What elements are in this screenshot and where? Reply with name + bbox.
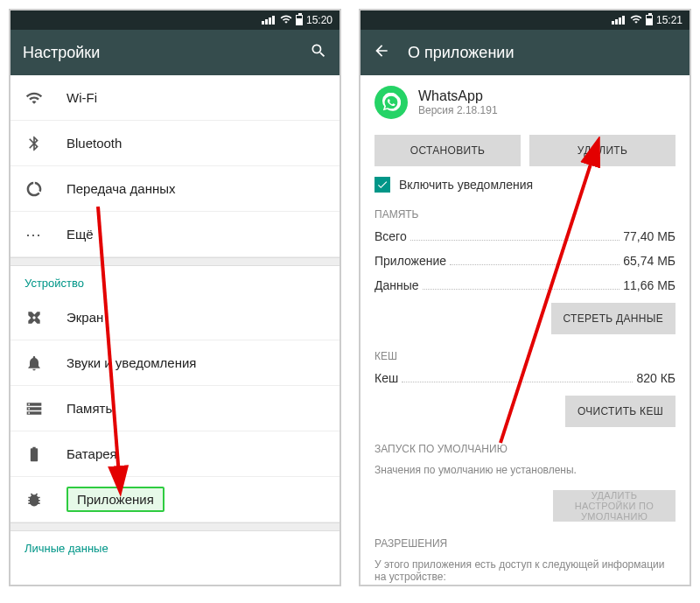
settings-label: Wi-Fi [66, 90, 97, 105]
section-launch: ЗАПУСК ПО УМОЛЧАНИЮ [360, 436, 690, 459]
memory-app-row: Приложение 65,74 МБ [360, 249, 690, 273]
settings-item-bluetooth[interactable]: Bluetooth [10, 121, 340, 166]
wifi-status-icon [280, 13, 292, 28]
memory-app-value: 65,74 МБ [623, 254, 676, 268]
wifi-icon [24, 88, 44, 108]
section-header-personal: Личные данные [10, 531, 340, 560]
page-title: О приложении [408, 44, 677, 62]
more-icon: ⋯ [24, 225, 44, 244]
settings-item-battery[interactable]: Батарея [10, 431, 340, 477]
settings-label: Bluetooth [66, 136, 122, 151]
status-time: 15:20 [306, 14, 332, 26]
settings-label: Приложения [77, 492, 154, 507]
whatsapp-icon [374, 86, 408, 119]
memory-data-label: Данные [374, 278, 419, 292]
uninstall-button[interactable]: УДАЛИТЬ [529, 135, 676, 166]
signal-icon [262, 16, 275, 25]
memory-app-label: Приложение [374, 254, 446, 268]
section-header-device: Устройство [10, 266, 340, 295]
settings-label: Память [66, 401, 112, 416]
clear-defaults-button: УДАЛИТЬ НАСТРОЙКИ ПО УМОЛЧАНИЮ [553, 490, 676, 522]
section-divider [10, 257, 340, 266]
phone-settings: 15:20 Настройки Wi-Fi Bluetooth Передача… [9, 9, 341, 586]
data-usage-icon [24, 179, 44, 199]
search-icon[interactable] [310, 42, 327, 64]
settings-label: Экран [66, 310, 103, 325]
settings-item-sound[interactable]: Звуки и уведомления [10, 340, 340, 386]
app-version: Версия 2.18.191 [418, 104, 498, 116]
status-bar: 15:21 [360, 11, 690, 30]
cache-label: Кеш [374, 371, 398, 385]
permissions-note: У этого приложения есть доступ к следующ… [360, 553, 690, 585]
settings-item-wifi[interactable]: Wi-Fi [10, 75, 340, 121]
sound-icon [24, 354, 44, 373]
launch-note: Значения по умолчанию не установлены. [360, 459, 690, 485]
display-icon [24, 308, 44, 327]
wifi-status-icon [630, 13, 642, 28]
section-permissions: РАЗРЕШЕНИЯ [360, 530, 690, 553]
settings-item-display[interactable]: Экран [10, 295, 340, 340]
checkbox-icon [374, 177, 390, 193]
settings-item-more[interactable]: ⋯ Ещё [10, 212, 340, 257]
battery-menu-icon [24, 445, 44, 464]
checkbox-label: Включить уведомления [399, 178, 533, 192]
settings-label: Батарея [66, 446, 117, 461]
memory-total-label: Всего [374, 229, 407, 243]
section-memory: ПАМЯТЬ [360, 201, 690, 224]
cache-row: Кеш 820 КБ [360, 366, 690, 390]
section-divider [10, 522, 340, 531]
clear-cache-button[interactable]: ОЧИСТИТЬ КЕШ [565, 396, 676, 427]
battery-icon [296, 15, 303, 25]
notifications-checkbox-row[interactable]: Включить уведомления [360, 175, 690, 201]
settings-item-apps[interactable]: Приложения [10, 477, 340, 522]
settings-label: Передача данных [66, 181, 176, 196]
status-bar: 15:20 [10, 11, 340, 30]
memory-total-value: 77,40 МБ [623, 229, 676, 243]
settings-item-data[interactable]: Передача данных [10, 166, 340, 212]
apps-highlight: Приложения [66, 487, 164, 512]
settings-item-storage[interactable]: Память [10, 386, 340, 431]
signal-icon [612, 16, 625, 25]
battery-icon [646, 15, 653, 25]
clear-data-button[interactable]: СТЕРЕТЬ ДАННЫЕ [551, 303, 676, 334]
memory-data-row: Данные 11,66 МБ [360, 273, 690, 298]
apps-icon [24, 490, 44, 509]
page-title: Настройки [23, 44, 292, 62]
stop-button[interactable]: ОСТАНОВИТЬ [374, 135, 521, 166]
status-time: 15:21 [656, 14, 682, 26]
app-bar: Настройки [10, 30, 340, 75]
cache-value: 820 КБ [636, 371, 676, 385]
settings-label: Ещё [66, 227, 94, 242]
phone-app-info: 15:21 О приложении WhatsApp Версия 2.18.… [359, 9, 691, 586]
memory-data-value: 11,66 МБ [623, 278, 676, 292]
settings-label: Звуки и уведомления [66, 355, 196, 370]
app-info-header: WhatsApp Версия 2.18.191 [360, 75, 690, 130]
app-name: WhatsApp [418, 88, 498, 104]
memory-total-row: Всего 77,40 МБ [360, 224, 690, 249]
back-icon[interactable] [373, 42, 390, 64]
section-cache: КЕШ [360, 343, 690, 366]
storage-icon [24, 399, 44, 418]
bluetooth-icon [24, 134, 44, 153]
app-bar: О приложении [360, 30, 690, 75]
